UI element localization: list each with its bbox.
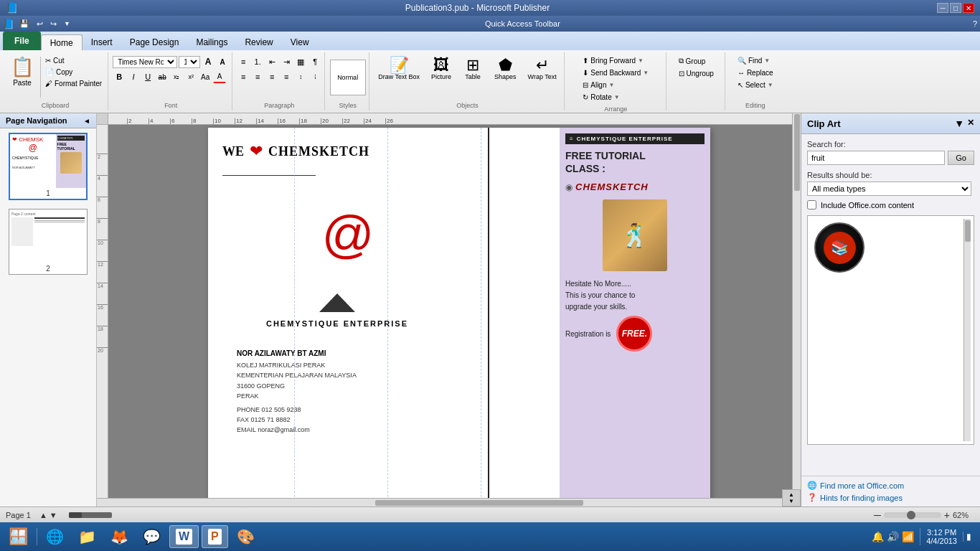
zoom-minus-btn[interactable]: ─ <box>874 509 881 521</box>
save-quick-btn[interactable]: 💾 <box>17 19 32 29</box>
numbering-btn[interactable]: 1. <box>251 55 264 68</box>
nav-collapse-btn[interactable]: ◄ <box>83 117 90 125</box>
tray-icon-3[interactable]: 📶 <box>902 531 914 542</box>
table-button[interactable]: ⊞ Table <box>458 55 487 83</box>
increase-font-btn[interactable]: A <box>202 55 215 68</box>
start-button[interactable]: 🪟 <box>3 525 34 548</box>
qa-dropdown[interactable]: ▼ <box>62 19 72 28</box>
clip-art-close-btn[interactable]: ✕ <box>967 118 974 129</box>
copy-button[interactable]: 📄 Copy <box>42 67 105 77</box>
h-scroll-thumb[interactable] <box>375 500 584 506</box>
format-painter-button[interactable]: 🖌 Format Painter <box>42 78 105 89</box>
para-marks-btn[interactable]: ¶ <box>308 55 321 68</box>
clip-vscroll-thumb[interactable] <box>965 220 971 242</box>
font-size-select[interactable]: 12 <box>179 56 200 68</box>
group-label <box>671 108 722 109</box>
send-backward-button[interactable]: ⬇ Send Backward ▼ <box>580 67 651 78</box>
ie-taskbar-btn[interactable]: 🌐 <box>40 525 70 548</box>
replace-button[interactable]: ↔ Replace <box>735 67 776 78</box>
tab-home[interactable]: Home <box>41 34 83 50</box>
increase-indent-btn[interactable]: ⇥ <box>280 55 293 68</box>
styles-gallery[interactable]: Normal <box>330 60 366 95</box>
minimize-button[interactable]: ─ <box>937 3 948 13</box>
align-button[interactable]: ⊟ Align ▼ <box>580 80 617 90</box>
shapes-button[interactable]: ⬟ Shapes <box>490 55 521 83</box>
tray-icon-2[interactable]: 🔊 <box>887 531 899 542</box>
hints-link[interactable]: ❓ Hints for finding images <box>807 493 974 502</box>
clip-results[interactable]: 📚 <box>807 215 974 445</box>
draw-text-box-button[interactable]: 📝 Draw Text Box <box>374 55 424 83</box>
cut-button[interactable]: ✂ Cut <box>42 55 105 66</box>
word-taskbar-btn[interactable]: W <box>169 525 199 548</box>
go-button[interactable]: Go <box>948 151 974 165</box>
paste-button[interactable]: 📋 <box>6 55 39 79</box>
page-thumb-1[interactable]: ❤ CHEMSK @ CHEMYSTIQUE NOR AZILAWATY CHE… <box>9 133 88 200</box>
tab-review[interactable]: Review <box>236 34 281 50</box>
vertical-scrollbar[interactable] <box>792 113 801 498</box>
v-scroll-thumb[interactable] <box>794 114 800 191</box>
guide-line-1 <box>294 128 295 507</box>
document-canvas[interactable]: WE ❤ CHEMSKETCH @ CHEMYSTIQUE ENTERPR <box>208 128 710 507</box>
font-name-select[interactable]: Times New Roman <box>113 56 177 68</box>
find-button[interactable]: 🔍 Find ▼ <box>735 55 773 66</box>
search-input[interactable] <box>807 151 945 165</box>
line-spacing-btn[interactable]: ↕ <box>294 70 307 83</box>
zoom-thumb[interactable] <box>907 511 915 519</box>
tab-insert[interactable]: Insert <box>83 34 121 50</box>
align-left-btn[interactable]: ≡ <box>237 70 250 83</box>
subscript-btn[interactable]: x₂ <box>170 70 183 83</box>
font-case-btn[interactable]: Aa <box>199 70 212 83</box>
ungroup-button[interactable]: ⊡ Ungroup <box>676 68 717 79</box>
close-button[interactable]: ✕ <box>963 3 974 13</box>
tab-file[interactable]: File <box>3 32 41 50</box>
font-color-btn[interactable]: A <box>213 70 226 83</box>
paint-taskbar-btn[interactable]: 🎨 <box>231 525 260 548</box>
decrease-font-btn[interactable]: A <box>216 55 229 68</box>
wrap-text-button[interactable]: ↵ Wrap Text <box>524 55 561 83</box>
underline-btn[interactable]: U <box>141 70 154 83</box>
tab-page-design[interactable]: Page Design <box>121 34 188 50</box>
align-center-btn[interactable]: ≡ <box>251 70 264 83</box>
zoom-plus-btn[interactable]: + <box>944 509 950 521</box>
tray-icon-1[interactable]: 🔔 <box>872 531 884 542</box>
rotate-button[interactable]: ↻ Rotate ▼ <box>580 92 622 103</box>
italic-btn[interactable]: I <box>127 70 140 83</box>
show-desktop-btn[interactable]: ▮ <box>963 532 971 542</box>
undo-quick-btn[interactable]: ↩ <box>34 19 45 29</box>
align-right-btn[interactable]: ≡ <box>265 70 278 83</box>
page-thumb-2[interactable]: Page 2 content 2 <box>9 209 88 275</box>
find-more-link[interactable]: 🌐 Find more at Office.com <box>807 481 974 490</box>
redo-quick-btn[interactable]: ↪ <box>48 19 59 29</box>
picture-button[interactable]: 🖼 Picture <box>427 55 456 83</box>
bring-forward-button[interactable]: ⬆ Bring Forward ▼ <box>580 55 646 66</box>
firefox-taskbar-btn[interactable]: 🦊 <box>105 525 134 548</box>
strikethrough-btn[interactable]: ab <box>156 70 169 83</box>
scroll-down-btn[interactable]: ▼ <box>788 498 794 504</box>
page-nav-arrows[interactable]: ▲ ▼ <box>39 511 57 519</box>
select-button[interactable]: ↖ Select ▼ <box>735 80 776 90</box>
publisher-taskbar-btn[interactable]: P <box>202 525 228 548</box>
columns-btn[interactable]: ▦ <box>294 55 307 68</box>
include-office-checkbox[interactable] <box>807 200 816 209</box>
explorer-taskbar-btn[interactable]: 📁 <box>72 525 102 548</box>
clip-results-vscroll[interactable] <box>963 219 971 441</box>
justify-btn[interactable]: ≡ <box>280 70 293 83</box>
decrease-indent-btn[interactable]: ⇤ <box>265 55 278 68</box>
para-spacing-btn[interactable]: ⫶ <box>308 70 321 83</box>
skype-taskbar-btn[interactable]: 💬 <box>137 525 166 548</box>
bold-btn[interactable]: B <box>113 70 126 83</box>
clock[interactable]: 3:12 PM 4/4/2013 <box>926 528 957 545</box>
scroll-up-btn[interactable]: ▲ <box>788 491 794 498</box>
help-icon[interactable]: ? <box>973 19 977 28</box>
horizontal-scrollbar[interactable] <box>97 498 792 507</box>
superscript-btn[interactable]: x² <box>184 70 197 83</box>
tab-mailings[interactable]: Mailings <box>187 34 236 50</box>
clip-item-1[interactable]: 📚 <box>811 219 868 276</box>
group-button[interactable]: ⧉ Group <box>676 55 709 67</box>
zoom-slider[interactable] <box>884 512 941 518</box>
results-type-select[interactable]: All media types <box>807 182 971 196</box>
bullets-btn[interactable]: ≡ <box>237 55 250 68</box>
clip-art-pin-btn[interactable]: ▼ <box>954 118 964 129</box>
maximize-button[interactable]: □ <box>950 3 961 13</box>
tab-view[interactable]: View <box>282 34 318 50</box>
